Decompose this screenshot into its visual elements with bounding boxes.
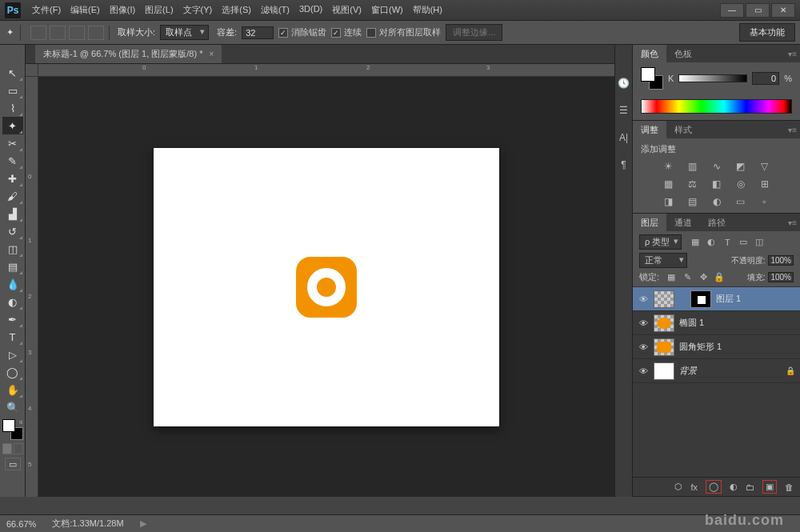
lasso-tool[interactable]: ⌇ xyxy=(2,99,23,117)
menu-type[interactable]: 文字(Y) xyxy=(178,2,218,18)
document-canvas[interactable] xyxy=(154,148,499,426)
new-layer-icon[interactable]: ▣ xyxy=(762,480,777,494)
workspace-switcher[interactable]: 基本功能 xyxy=(739,23,795,42)
tab-color[interactable]: 颜色 xyxy=(633,45,666,63)
shape-tool[interactable]: ◯ xyxy=(2,363,23,381)
lock-all-icon[interactable]: 🔒 xyxy=(714,272,725,283)
layer-thumb[interactable] xyxy=(654,362,674,380)
close-button[interactable]: ✕ xyxy=(771,3,795,18)
all-layers-checkbox[interactable]: 对所有图层取样 xyxy=(366,26,441,38)
gradient-tool[interactable]: ▤ xyxy=(2,258,23,275)
healing-tool[interactable]: ✚ xyxy=(2,170,23,187)
menu-select[interactable]: 选择(S) xyxy=(217,2,256,18)
panel-menu-icon[interactable]: ▾≡ xyxy=(788,50,797,58)
visibility-toggle[interactable]: 👁 xyxy=(638,294,649,305)
layer-thumb[interactable] xyxy=(654,314,674,332)
link-layers-icon[interactable]: ⬡ xyxy=(674,482,682,492)
antialias-checkbox[interactable]: ✓消除锯齿 xyxy=(278,26,326,38)
eraser-tool[interactable]: ◫ xyxy=(2,240,23,258)
menu-3d[interactable]: 3D(D) xyxy=(294,2,327,18)
menu-edit[interactable]: 编辑(E) xyxy=(66,2,105,18)
document-tab[interactable]: 未标题-1 @ 66.7% (图层 1, 图层蒙版/8) * × xyxy=(35,45,222,63)
balance-icon[interactable]: ⚖ xyxy=(686,178,700,190)
selection-add[interactable] xyxy=(50,26,66,40)
tab-adjustments[interactable]: 调整 xyxy=(633,121,666,139)
close-icon[interactable]: × xyxy=(209,50,214,58)
history-panel-icon[interactable]: 🕓 xyxy=(618,77,630,90)
quick-mask-toggle[interactable] xyxy=(2,443,23,454)
dodge-tool[interactable]: ◐ xyxy=(2,293,23,310)
layer-name[interactable]: 椭圆 1 xyxy=(679,317,795,329)
selection-intersect[interactable] xyxy=(88,26,104,40)
layer-thumb[interactable] xyxy=(654,338,674,356)
panel-color-swatch[interactable] xyxy=(641,67,663,90)
levels-icon[interactable]: ▥ xyxy=(686,160,700,173)
properties-panel-icon[interactable]: ☰ xyxy=(618,104,630,117)
tab-paths[interactable]: 路径 xyxy=(700,214,734,232)
layer-thumb[interactable] xyxy=(654,290,674,308)
hue-icon[interactable]: ▦ xyxy=(662,178,676,190)
tab-styles[interactable]: 样式 xyxy=(666,121,700,139)
lock-transparent-icon[interactable]: ▦ xyxy=(666,272,677,283)
add-mask-icon[interactable]: ◯ xyxy=(706,480,722,494)
threshold-icon[interactable]: ◐ xyxy=(710,195,724,208)
curves-icon[interactable]: ∿ xyxy=(710,160,724,173)
tab-layers[interactable]: 图层 xyxy=(633,214,666,232)
history-brush-tool[interactable]: ↺ xyxy=(2,222,23,240)
character-panel-icon[interactable]: A| xyxy=(618,131,630,144)
stamp-tool[interactable]: ▟ xyxy=(2,205,23,222)
filter-shape-icon[interactable]: ▭ xyxy=(738,237,749,248)
move-tool[interactable]: ↖ xyxy=(2,64,23,82)
brightness-icon[interactable]: ☀ xyxy=(662,160,676,173)
new-group-icon[interactable]: 🗀 xyxy=(746,482,754,492)
screen-mode-button[interactable]: ▭ xyxy=(5,458,21,470)
layer-name[interactable]: 背景 xyxy=(679,365,781,377)
filter-smart-icon[interactable]: ◫ xyxy=(754,237,765,248)
exposure-icon[interactable]: ◩ xyxy=(734,160,748,173)
minimize-button[interactable]: — xyxy=(720,3,744,18)
fg-color-swatch[interactable] xyxy=(2,419,15,432)
menu-view[interactable]: 视图(V) xyxy=(327,2,366,18)
layer-name[interactable]: 图层 1 xyxy=(716,293,795,305)
k-slider[interactable] xyxy=(678,74,747,82)
hand-tool[interactable]: ✋ xyxy=(2,381,23,398)
selective-color-icon[interactable]: ▫ xyxy=(758,195,772,208)
fill-value[interactable]: 100% xyxy=(768,272,794,282)
tab-swatches[interactable]: 色板 xyxy=(666,45,700,63)
layer-row[interactable]: 👁 图层 1 xyxy=(633,287,800,311)
bw-icon[interactable]: ◧ xyxy=(710,178,724,190)
refine-edge-button[interactable]: 调整边缘... xyxy=(446,24,502,41)
photo-filter-icon[interactable]: ◎ xyxy=(734,178,748,190)
ruler-vertical[interactable]: 0 1 2 3 4 5 xyxy=(26,77,38,497)
invert-icon[interactable]: ◨ xyxy=(662,195,676,208)
opacity-value[interactable]: 100% xyxy=(768,255,794,266)
layer-filter-kind[interactable]: ρ 类型 xyxy=(639,234,682,250)
tolerance-input[interactable]: 32 xyxy=(242,26,274,39)
vibrance-icon[interactable]: ▽ xyxy=(758,160,772,173)
zoom-readout[interactable]: 66.67% xyxy=(6,519,36,529)
new-adjustment-icon[interactable]: ◐ xyxy=(730,482,738,492)
k-value-input[interactable]: 0 xyxy=(752,72,779,85)
color-swatch[interactable]: ⤭ xyxy=(2,419,23,440)
channel-mixer-icon[interactable]: ⊞ xyxy=(758,178,772,190)
crop-tool[interactable]: ✂ xyxy=(2,134,23,152)
brush-tool[interactable]: 🖌 xyxy=(2,187,23,205)
pen-tool[interactable]: ✒ xyxy=(2,310,23,328)
blend-mode-select[interactable]: 正常 xyxy=(639,253,687,268)
document-size-readout[interactable]: 文档:1.33M/1.28M xyxy=(52,518,123,530)
layer-name[interactable]: 圆角矩形 1 xyxy=(679,341,795,353)
swap-colors-icon[interactable]: ⤭ xyxy=(18,419,23,426)
eyedropper-tool[interactable]: ✎ xyxy=(2,152,23,170)
ruler-origin[interactable] xyxy=(26,64,38,77)
menu-file[interactable]: 文件(F) xyxy=(27,2,66,18)
lock-paint-icon[interactable]: ✎ xyxy=(682,272,693,283)
filter-type-icon[interactable]: T xyxy=(722,237,733,248)
posterize-icon[interactable]: ▤ xyxy=(686,195,700,208)
sample-size-select[interactable]: 取样点 xyxy=(160,25,209,40)
visibility-toggle[interactable]: 👁 xyxy=(638,342,649,353)
lock-position-icon[interactable]: ✥ xyxy=(698,272,709,283)
gradient-map-icon[interactable]: ▭ xyxy=(734,195,748,208)
maximize-button[interactable]: ▭ xyxy=(746,3,770,18)
menu-window[interactable]: 窗口(W) xyxy=(366,2,408,18)
filter-pixel-icon[interactable]: ▦ xyxy=(690,237,701,248)
